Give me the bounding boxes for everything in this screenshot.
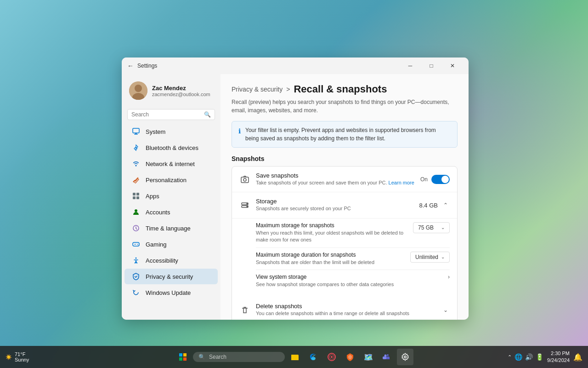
back-icon[interactable]: ← [127, 62, 134, 69]
bluetooth-icon [132, 144, 140, 152]
notification-icon[interactable]: 🔔 [573, 353, 582, 362]
search-box[interactable]: 🔍 [127, 109, 215, 120]
breadcrumb: Privacy & security > Recall & snapshots [232, 83, 458, 95]
time-icon [132, 224, 140, 232]
brave-browser-button[interactable] [342, 349, 358, 365]
snapshots-section-title: Snapshots [232, 155, 458, 162]
taskbar-search[interactable]: 🔍 Search [193, 352, 285, 362]
privacy-icon [132, 272, 140, 281]
clock-date: 9/24/2024 [547, 357, 570, 364]
save-snapshots-toggle-label: On [420, 176, 428, 183]
taskbar-center: 🔍 Search [175, 349, 413, 365]
accounts-icon [132, 208, 140, 216]
gaming-icon [132, 240, 140, 248]
svg-point-24 [247, 206, 248, 207]
svg-rect-10 [136, 196, 139, 199]
volume-tray-icon[interactable]: 🔊 [525, 353, 533, 361]
max-duration-value: Unlimited [415, 254, 438, 260]
system-clock[interactable]: 2:30 PM 9/24/2024 [547, 350, 570, 364]
svg-rect-4 [134, 134, 138, 135]
view-system-storage-desc: See how snapshot storage compares to oth… [256, 281, 448, 288]
settings-taskbar-button[interactable] [397, 349, 413, 365]
svg-point-23 [247, 203, 248, 204]
user-email: zacmendez@outlook.com [152, 92, 213, 97]
max-duration-title: Maximum storage duration for snapshots [256, 252, 410, 258]
snapshots-card: Save snapshots Take snapshots of your sc… [232, 166, 458, 320]
close-button[interactable]: ✕ [442, 58, 463, 74]
user-profile: Zac Mendez zacmendez@outlook.com [122, 78, 220, 107]
storage-value: 8.4 GB [419, 202, 438, 209]
svg-point-39 [384, 355, 387, 357]
sidebar-label-personalization: Personalization [146, 177, 187, 184]
file-explorer-button[interactable] [287, 349, 303, 365]
max-storage-dropdown[interactable]: 75 GB ⌄ [413, 222, 450, 233]
apps-icon [132, 192, 140, 200]
storage-expand-button[interactable]: ⌃ [441, 200, 450, 210]
save-snapshots-toggle[interactable] [431, 175, 450, 184]
sidebar-item-gaming[interactable]: Gaming [124, 236, 218, 252]
storage-content: Storage Snapshots are securely stored on… [256, 198, 414, 212]
svg-point-38 [331, 356, 333, 358]
sidebar-item-personalization[interactable]: Personalization [124, 172, 218, 188]
svg-point-11 [135, 209, 137, 212]
svg-point-17 [137, 244, 138, 245]
learn-more-link[interactable]: Learn more [389, 180, 414, 185]
network-icon [132, 160, 140, 168]
storage-control: 8.4 GB ⌃ [419, 200, 450, 210]
taskbar-search-text: Search [209, 354, 226, 360]
sidebar-label-gaming: Gaming [146, 241, 167, 248]
save-snapshots-control: On [420, 175, 450, 184]
user-info: Zac Mendez zacmendez@outlook.com [152, 85, 213, 97]
view-system-storage-row[interactable]: View system storage See how snapshot sto… [256, 270, 450, 292]
svg-rect-5 [136, 133, 137, 134]
sidebar-item-network[interactable]: Network & internet [124, 156, 218, 172]
window-title: Settings [137, 63, 157, 69]
chevron-right-icon: › [448, 274, 450, 280]
storage-expanded: Maximum storage for snapshots When you r… [232, 218, 457, 298]
chevron-down-icon-2: ⌄ [441, 254, 445, 259]
sidebar-item-privacy[interactable]: Privacy & security [124, 269, 218, 284]
sidebar: Zac Mendez zacmendez@outlook.com 🔍 Syste… [122, 74, 220, 320]
weather-info: ☀️ 71°F Sunny [6, 351, 29, 362]
svg-rect-13 [133, 242, 139, 246]
storage-row: Storage Snapshots are securely stored on… [232, 192, 457, 218]
max-storage-value: 75 GB [418, 224, 434, 231]
sidebar-item-accessibility[interactable]: Accessibility [124, 253, 218, 268]
sidebar-label-apps: Apps [146, 193, 159, 200]
personalization-icon [132, 176, 140, 184]
delete-snapshots-expand-button[interactable]: ⌄ [441, 305, 450, 315]
maximize-button[interactable]: □ [421, 58, 442, 74]
sidebar-item-update[interactable]: Windows Update [124, 285, 218, 300]
sidebar-item-accounts[interactable]: Accounts [124, 204, 218, 220]
sidebar-item-time[interactable]: Time & language [124, 220, 218, 236]
start-button[interactable] [175, 349, 191, 365]
svg-rect-29 [179, 353, 182, 356]
max-duration-dropdown[interactable]: Unlimited ⌄ [410, 252, 450, 263]
sidebar-item-system[interactable]: System [124, 124, 218, 139]
settings-window: ← Settings ─ □ ✕ [122, 58, 469, 320]
sidebar-item-apps[interactable]: Apps [124, 188, 218, 204]
save-snapshots-subtitle: Take snapshots of your screen and save t… [256, 179, 415, 186]
search-icon: 🔍 [204, 111, 211, 118]
teams-button[interactable] [379, 349, 395, 365]
maps-button[interactable]: 🗺️ [360, 349, 377, 365]
battery-tray-icon[interactable]: 🔋 [536, 353, 543, 361]
search-input[interactable] [131, 111, 201, 118]
minimize-button[interactable]: ─ [400, 58, 421, 74]
info-icon: ℹ [238, 126, 241, 136]
max-duration-row: Maximum storage duration for snapshots S… [256, 248, 450, 270]
chevron-tray-icon[interactable]: ⌃ [508, 354, 512, 360]
storage-subtitle: Snapshots are securely stored on your PC [256, 205, 414, 212]
network-tray-icon[interactable]: 🌐 [514, 353, 522, 361]
svg-rect-19 [241, 177, 249, 183]
system-tray-icons: ⌃ 🌐 🔊 🔋 [508, 353, 543, 361]
svg-rect-30 [183, 353, 187, 356]
breadcrumb-parent[interactable]: Privacy & security [232, 86, 283, 93]
sidebar-label-accounts: Accounts [146, 209, 170, 216]
sidebar-label-accessibility: Accessibility [146, 257, 178, 264]
weather-icon: ☀️ [6, 354, 12, 360]
sidebar-item-bluetooth[interactable]: Bluetooth & devices [124, 140, 218, 155]
weather-condition: Sunny [15, 357, 29, 362]
cortana-button[interactable] [323, 349, 340, 365]
edge-browser-button[interactable] [305, 349, 322, 365]
